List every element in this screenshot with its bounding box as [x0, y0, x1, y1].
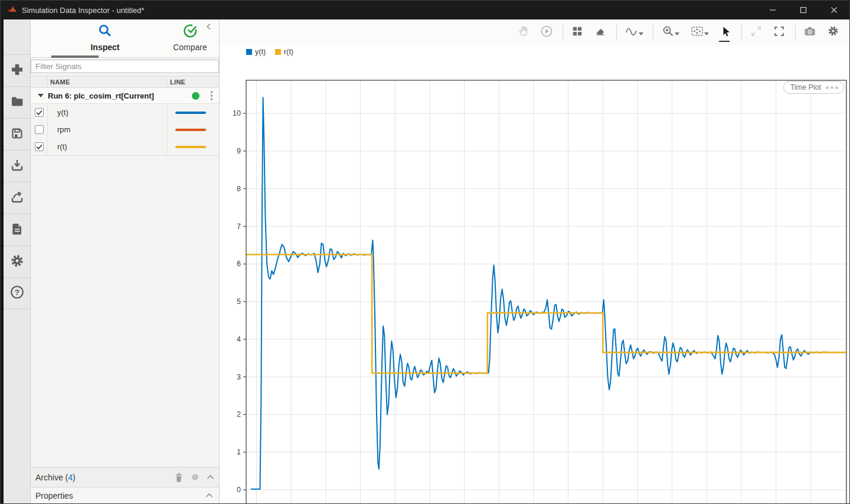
fit-to-view-button[interactable]	[688, 24, 711, 41]
expand-diagonal-icon	[750, 25, 762, 40]
plot-type-label: Time Plot	[790, 83, 821, 91]
axis-labels: 0369121518212427303336394245485101234567…	[233, 109, 848, 504]
close-button[interactable]	[819, 1, 849, 19]
plot-settings-button[interactable]	[824, 24, 842, 41]
y-tick-label: 3	[237, 373, 241, 381]
run-group-row[interactable]: Run 6: plc_cosim_rt[Current]	[31, 88, 219, 104]
import-button[interactable]	[4, 150, 30, 182]
collapse-panel-icon[interactable]	[205, 22, 214, 32]
legend-color-chip	[246, 49, 252, 55]
signal-checkbox[interactable]	[35, 142, 44, 151]
archive-label: Archive (4)	[31, 473, 76, 482]
panel-tabs: Inspect Compare	[31, 19, 219, 58]
properties-section-header[interactable]: Properties	[31, 487, 219, 503]
clear-plots-button[interactable]	[591, 24, 609, 41]
signal-display-button[interactable]	[622, 24, 646, 41]
y-tick-label: 4	[237, 335, 241, 343]
time-plot-svg: 0369121518212427303336394245485101234567…	[220, 64, 848, 504]
pan-button[interactable]	[515, 24, 532, 41]
tab-inspect[interactable]: Inspect	[70, 23, 140, 52]
export-button[interactable]	[4, 182, 30, 214]
toolbar-separator	[616, 25, 617, 40]
run-menu-kebab-icon[interactable]	[211, 91, 213, 100]
zoom-button[interactable]	[659, 24, 682, 41]
signal-row[interactable]: rpm	[31, 121, 219, 138]
signal-name: rpm	[48, 125, 167, 134]
y-tick-label: 1	[237, 448, 241, 456]
replay-button[interactable]	[538, 24, 555, 41]
y-tick-label: 7	[237, 222, 241, 231]
signal-line-cell	[167, 121, 219, 138]
titlebar: Simulation Data Inspector - untitled*	[1, 1, 849, 19]
replay-play-icon	[540, 25, 553, 40]
plot-toolbar	[220, 19, 849, 45]
signal-line-cell	[167, 104, 219, 121]
open-button[interactable]	[4, 86, 30, 118]
legend-item: r(t)	[275, 48, 293, 56]
signal-name: y(t)	[48, 108, 167, 117]
toolbar-separator	[653, 25, 653, 40]
badge-options-dots-icon[interactable]	[826, 86, 838, 89]
add-run-button[interactable]	[4, 54, 30, 86]
preferences-button[interactable]	[4, 246, 30, 277]
signal-checkbox-cell	[31, 121, 48, 138]
tab-inspect-label: Inspect	[70, 42, 140, 52]
subplot-layout-button[interactable]	[568, 24, 586, 41]
expand-plot-button[interactable]	[747, 24, 765, 41]
legend-item: y(t)	[246, 48, 266, 56]
signal-panel: Inspect Compare NAME LINE	[31, 19, 220, 503]
y-tick-label: 2	[237, 410, 241, 418]
signal-table-header: NAME LINE	[31, 76, 219, 88]
legend-label: y(t)	[255, 48, 266, 56]
add-icon	[10, 63, 24, 79]
report-icon	[10, 222, 24, 238]
y-tick-label: 5	[237, 297, 241, 306]
signal-checkbox[interactable]	[35, 108, 44, 117]
properties-label: Properties	[31, 491, 73, 500]
save-button[interactable]	[4, 118, 30, 150]
signal-checkbox[interactable]	[35, 125, 44, 134]
toolbar-separator	[563, 25, 563, 40]
legend-label: r(t)	[284, 48, 293, 56]
side-toolbar: ?	[4, 19, 31, 503]
zoom-in-magnifier-icon	[662, 25, 675, 40]
archive-settings-gear-icon[interactable]	[191, 473, 200, 482]
signal-row[interactable]: r(t)	[31, 138, 219, 155]
plot-type-badge[interactable]: Time Plot	[783, 81, 844, 94]
name-column-header: NAME	[48, 78, 167, 86]
svg-text:?: ?	[14, 288, 19, 297]
create-report-button[interactable]	[4, 214, 30, 246]
snapshot-button[interactable]	[801, 24, 819, 41]
plot-series	[246, 97, 845, 489]
archive-section-header[interactable]: Archive (4)	[31, 467, 219, 487]
inspect-magnifier-icon	[97, 30, 113, 40]
signal-line-swatch	[175, 146, 206, 148]
camera-icon	[803, 25, 816, 40]
help-button[interactable]: ?	[4, 277, 30, 309]
filter-signals-input[interactable]	[31, 60, 219, 73]
save-icon	[10, 126, 24, 143]
tab-compare[interactable]: Compare	[155, 23, 225, 52]
signal-rows: y(t) rpm r(t)	[31, 104, 219, 156]
fullscreen-button[interactable]	[770, 24, 788, 41]
export-icon	[10, 190, 24, 207]
compare-check-icon	[182, 30, 198, 40]
chevron-down-icon	[704, 27, 709, 38]
fullscreen-brackets-icon	[773, 25, 785, 40]
signal-checkbox-cell	[31, 104, 48, 121]
run-expander-caret-icon[interactable]	[38, 94, 44, 97]
select-cursor-button[interactable]	[717, 24, 734, 41]
chart-area[interactable]: 0369121518212427303336394245485101234567…	[220, 64, 848, 504]
run-label: Run 6: plc_cosim_rt[Current]	[48, 91, 154, 100]
archive-collapse-chevron-icon[interactable]	[207, 474, 214, 480]
maximize-button[interactable]	[788, 1, 819, 19]
archive-trash-icon[interactable]	[174, 472, 184, 483]
minimize-button[interactable]	[757, 1, 788, 19]
y-tick-label: 8	[237, 185, 241, 193]
preferences-gear-icon	[9, 253, 25, 271]
grid-lines	[246, 80, 846, 504]
help-icon: ?	[9, 284, 25, 302]
properties-collapse-chevron-icon[interactable]	[205, 493, 213, 498]
layout-grid-icon	[571, 25, 583, 40]
signal-row[interactable]: y(t)	[31, 104, 219, 121]
